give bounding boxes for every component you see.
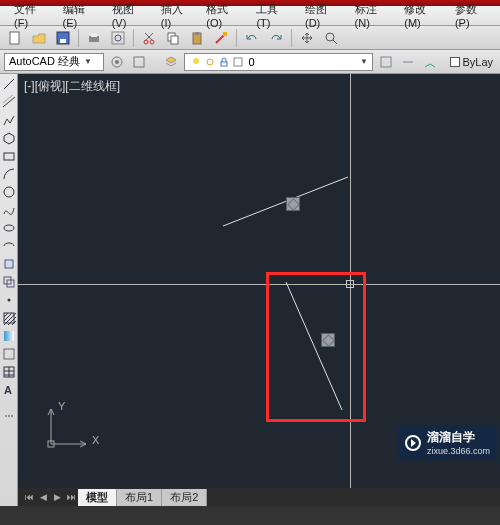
svg-point-19: [207, 59, 213, 65]
svg-point-16: [115, 60, 119, 64]
pan-icon[interactable]: [296, 28, 318, 48]
svg-point-6: [115, 35, 121, 41]
svg-point-29: [7, 299, 10, 302]
workspace-save-icon[interactable]: [130, 53, 148, 71]
svg-rect-21: [234, 58, 242, 66]
toolbox-draw: A: [0, 74, 18, 506]
bulb-icon: [189, 55, 203, 69]
rect-tool-icon[interactable]: [1, 148, 17, 164]
menu-param[interactable]: 参数(P): [447, 0, 494, 31]
layer-name-label: 0: [249, 56, 255, 68]
save-icon[interactable]: [52, 28, 74, 48]
svg-rect-5: [112, 32, 124, 44]
layer-combo[interactable]: 0 ▼: [184, 53, 373, 71]
layer-states-icon[interactable]: [377, 53, 395, 71]
workspace-gear-icon[interactable]: [108, 53, 126, 71]
ellipse-arc-tool-icon[interactable]: [1, 238, 17, 254]
tab-next-icon[interactable]: ▶: [50, 490, 64, 504]
toolbox-grip-icon[interactable]: [1, 408, 17, 424]
grip-handle[interactable]: [321, 333, 335, 347]
tab-layout1[interactable]: 布局1: [117, 489, 162, 506]
svg-rect-22: [381, 57, 391, 67]
svg-text:A: A: [4, 384, 12, 396]
tab-layout2[interactable]: 布局2: [162, 489, 207, 506]
menu-view[interactable]: 视图(V): [104, 0, 151, 31]
menu-draw[interactable]: 绘图(D): [297, 0, 345, 31]
tab-first-icon[interactable]: ⏮: [22, 490, 36, 504]
region-tool-icon[interactable]: [1, 346, 17, 362]
menu-bar: 文件(F) 编辑(E) 视图(V) 插入(I) 格式(O) 工具(T) 绘图(D…: [0, 6, 500, 26]
separator: [236, 29, 237, 47]
drawing-canvas[interactable]: [-][俯视][二维线框] Y X: [18, 74, 500, 488]
tab-prev-icon[interactable]: ◀: [36, 490, 50, 504]
table-tool-icon[interactable]: [1, 364, 17, 380]
print-icon[interactable]: [83, 28, 105, 48]
polygon-tool-icon[interactable]: [1, 130, 17, 146]
ucs-icon[interactable]: Y X: [46, 404, 96, 456]
svg-point-24: [4, 187, 14, 197]
gradient-tool-icon[interactable]: [1, 328, 17, 344]
sun-icon: [203, 55, 217, 69]
match-prop-icon[interactable]: [210, 28, 232, 48]
new-icon[interactable]: [4, 28, 26, 48]
viewport-label[interactable]: [-][俯视][二维线框]: [24, 78, 120, 95]
hatch-tool-icon[interactable]: [1, 310, 17, 326]
svg-rect-2: [60, 39, 66, 43]
menu-tools[interactable]: 工具(T): [248, 0, 295, 31]
toolbar-properties: AutoCAD 经典 ▼ 0 ▼ ByLay: [0, 50, 500, 74]
svg-rect-0: [10, 32, 19, 44]
undo-icon[interactable]: [241, 28, 263, 48]
annotation-highlight-box: [266, 272, 366, 422]
open-icon[interactable]: [28, 28, 50, 48]
ucs-y-label: Y: [58, 400, 65, 412]
spline-tool-icon[interactable]: [1, 202, 17, 218]
workspace-combo[interactable]: AutoCAD 经典 ▼: [4, 53, 104, 71]
line-tool-icon[interactable]: [1, 76, 17, 92]
svg-rect-20: [221, 62, 227, 66]
plot-preview-icon[interactable]: [107, 28, 129, 48]
chevron-down-icon: ▼: [360, 57, 368, 66]
tab-last-icon[interactable]: ⏭: [64, 490, 78, 504]
menu-dim[interactable]: 标注(N): [347, 0, 395, 31]
layer-prev-icon[interactable]: [421, 53, 439, 71]
separator: [133, 29, 134, 47]
arc-tool-icon[interactable]: [1, 166, 17, 182]
redo-icon[interactable]: [265, 28, 287, 48]
circle-tool-icon[interactable]: [1, 184, 17, 200]
menu-file[interactable]: 文件(F): [6, 0, 53, 31]
crosshair-horizontal: [18, 284, 500, 285]
menu-insert[interactable]: 插入(I): [153, 0, 196, 31]
zoom-icon[interactable]: [320, 28, 342, 48]
chevron-down-icon: ▼: [84, 57, 92, 66]
grip-handle[interactable]: [286, 197, 300, 211]
svg-rect-32: [4, 349, 14, 359]
svg-rect-4: [91, 33, 97, 37]
make-block-tool-icon[interactable]: [1, 274, 17, 290]
menu-format[interactable]: 格式(O): [198, 0, 246, 31]
insert-block-tool-icon[interactable]: [1, 256, 17, 272]
menu-modify[interactable]: 修改(M): [396, 0, 445, 31]
separator: [291, 29, 292, 47]
svg-point-36: [8, 415, 10, 417]
layer-manager-icon[interactable]: [161, 53, 179, 71]
watermark: 溜溜自学 zixue.3d66.com: [397, 425, 498, 460]
xline-tool-icon[interactable]: [1, 94, 17, 110]
svg-rect-31: [4, 331, 14, 341]
tab-model[interactable]: 模型: [78, 489, 117, 506]
layer-iso-icon[interactable]: [399, 53, 417, 71]
separator: [78, 29, 79, 47]
bylayer-checkbox[interactable]: ByLay: [447, 53, 496, 71]
play-icon: [405, 435, 421, 451]
copy-icon[interactable]: [162, 28, 184, 48]
workspace-label: AutoCAD 经典: [9, 54, 80, 69]
paste-icon[interactable]: [186, 28, 208, 48]
mtext-tool-icon[interactable]: A: [1, 382, 17, 398]
ellipse-tool-icon[interactable]: [1, 220, 17, 236]
cut-icon[interactable]: [138, 28, 160, 48]
polyline-tool-icon[interactable]: [1, 112, 17, 128]
svg-point-37: [11, 415, 13, 417]
svg-rect-23: [4, 153, 14, 160]
menu-edit[interactable]: 编辑(E): [55, 0, 102, 31]
svg-rect-12: [195, 32, 199, 35]
point-tool-icon[interactable]: [1, 292, 17, 308]
